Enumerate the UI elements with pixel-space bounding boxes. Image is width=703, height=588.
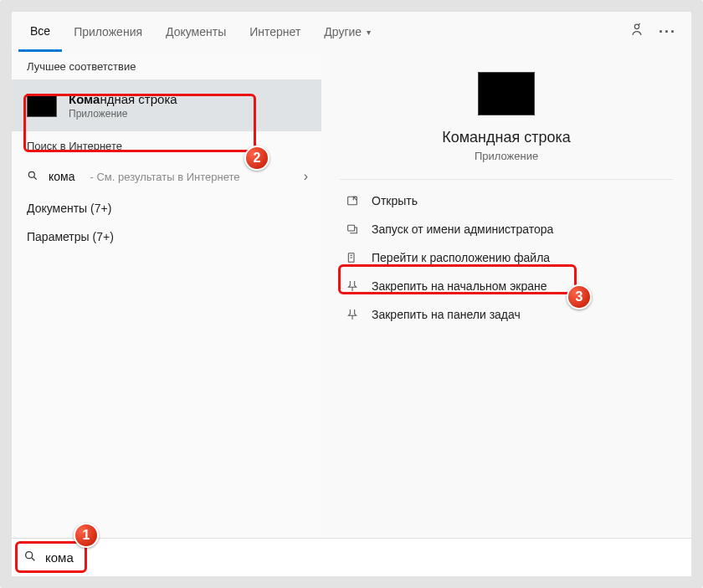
left-column: Лучшее соответствие Командная строка При… [12, 52, 321, 538]
action-label: Перейти к расположению файла [372, 251, 550, 264]
tabs-row: Все Приложения Документы Интернет Другие… [12, 12, 691, 52]
action-label: Закрепить на панели задач [372, 308, 521, 321]
web-result-query: кома [49, 170, 74, 183]
pin-taskbar-icon [345, 308, 360, 321]
open-icon [345, 194, 360, 207]
chevron-right-icon: › [304, 169, 308, 184]
tab-docs[interactable]: Документы [154, 12, 238, 52]
svg-rect-2 [348, 197, 357, 204]
action-open[interactable]: Открыть [340, 187, 673, 215]
web-search-label: Поиск в Интернете [12, 131, 321, 159]
search-input[interactable] [45, 546, 263, 570]
pin-start-icon [345, 279, 360, 293]
right-column: Командная строка Приложение Открыть Запу… [321, 52, 691, 538]
chevron-down-icon: ▾ [367, 28, 371, 37]
svg-point-5 [26, 551, 33, 558]
tab-apps[interactable]: Приложения [62, 12, 154, 52]
best-match-text: Командная строка Приложение [69, 92, 177, 120]
best-match-subtitle: Приложение [69, 108, 177, 120]
best-match-title: Командная строка [69, 92, 177, 106]
shield-icon [345, 222, 360, 236]
tab-label: Документы [166, 25, 226, 38]
category-label: Документы (7+) [27, 202, 111, 215]
search-icon [27, 170, 38, 184]
tab-label: Все [30, 24, 50, 38]
annotation-badge-1: 1 [74, 523, 99, 548]
preview-title: Командная строка [442, 129, 571, 146]
cmd-thumbnail-icon [27, 94, 57, 117]
annotation-badge-2: 2 [244, 146, 269, 171]
tab-more[interactable]: Другие ▾ [312, 12, 382, 52]
svg-point-0 [634, 24, 639, 28]
action-label: Открыть [372, 194, 418, 207]
folder-icon [345, 251, 360, 264]
action-open-location[interactable]: Перейти к расположению файла [340, 243, 673, 272]
tabs-right: ··· [629, 22, 685, 43]
tab-label: Приложения [74, 25, 142, 38]
tab-label: Другие [324, 25, 362, 38]
svg-rect-3 [348, 225, 355, 231]
category-label: Параметры (7+) [27, 230, 114, 243]
web-result-hint: - См. результаты в Интернете [90, 171, 239, 183]
action-label: Запуск от имени администратора [372, 222, 553, 236]
documents-category[interactable]: Документы (7+) [12, 194, 321, 222]
best-match-label: Лучшее соответствие [12, 52, 321, 79]
annotation-badge-3: 3 [567, 284, 592, 309]
web-result-row[interactable]: кома - См. результаты в Интернете › [12, 159, 321, 194]
action-pin-start[interactable]: Закрепить на начальном экране [340, 272, 673, 300]
tab-all[interactable]: Все [18, 12, 62, 52]
window-frame: Все Приложения Документы Интернет Другие… [0, 0, 703, 588]
search-icon [23, 550, 37, 566]
separator [340, 179, 673, 180]
search-panel: Все Приложения Документы Интернет Другие… [12, 12, 691, 576]
action-label: Закрепить на начальном экране [372, 279, 547, 293]
search-bar [12, 538, 691, 576]
tab-label: Интернет [249, 25, 300, 38]
preview-card: Командная строка Приложение [340, 67, 673, 162]
feedback-icon[interactable] [629, 22, 645, 43]
svg-point-1 [28, 171, 34, 177]
settings-category[interactable]: Параметры (7+) [12, 222, 321, 251]
best-match-row[interactable]: Командная строка Приложение [12, 79, 321, 131]
action-run-admin[interactable]: Запуск от имени администратора [340, 215, 673, 243]
preview-subtitle: Приложение [475, 150, 538, 162]
more-icon[interactable]: ··· [659, 23, 676, 41]
cmd-large-icon [478, 72, 535, 115]
tab-web[interactable]: Интернет [238, 12, 312, 52]
action-pin-taskbar[interactable]: Закрепить на панели задач [340, 300, 673, 329]
